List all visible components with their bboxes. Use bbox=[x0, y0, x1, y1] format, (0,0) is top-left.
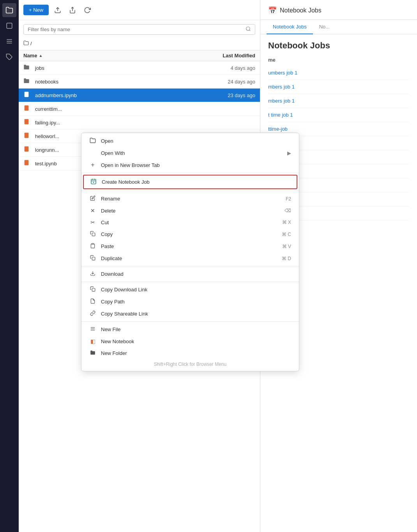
copy-path-icon bbox=[89, 298, 96, 305]
sidebar bbox=[0, 0, 19, 532]
file-row[interactable]: notebooks 24 days ago bbox=[19, 75, 260, 89]
notebook-icon bbox=[23, 146, 32, 154]
menu-label: Duplicate bbox=[101, 255, 277, 261]
notebook-icon bbox=[23, 132, 32, 140]
svg-rect-21 bbox=[92, 233, 95, 236]
file-row-selected[interactable]: addnumbers.ipynb 23 days ago bbox=[19, 89, 260, 102]
svg-rect-22 bbox=[92, 243, 94, 244]
upload-button[interactable] bbox=[52, 5, 64, 15]
list-item: mbers job 1 bbox=[268, 80, 409, 94]
menu-label: Open in New Browser Tab bbox=[101, 162, 291, 168]
menu-label: Rename bbox=[101, 196, 281, 202]
search-icon bbox=[246, 26, 251, 33]
menu-item-paste[interactable]: Paste ⌘ V bbox=[81, 240, 299, 252]
menu-label: Paste bbox=[101, 243, 277, 249]
column-modified[interactable]: Last Modified bbox=[201, 53, 255, 59]
notebook-icon bbox=[23, 119, 32, 126]
file-row[interactable]: jobs 4 days ago bbox=[19, 61, 260, 75]
menu-item-new-folder[interactable]: New Folder bbox=[81, 347, 299, 359]
notebook-icon bbox=[23, 160, 32, 167]
menu-footer: Shift+Right Click for Browser Menu bbox=[81, 359, 299, 369]
column-name[interactable]: Name ▲ bbox=[23, 53, 201, 59]
menu-item-copy[interactable]: Copy ⌘ C bbox=[81, 228, 299, 240]
svg-rect-13 bbox=[25, 146, 29, 151]
new-folder-icon bbox=[89, 350, 96, 356]
menu-label: Open With bbox=[101, 150, 283, 156]
menu-label: Create Notebook Job bbox=[102, 179, 290, 185]
menu-item-duplicate[interactable]: Duplicate ⌘ D bbox=[81, 252, 299, 264]
new-notebook-icon: ◧ bbox=[89, 338, 96, 344]
breadcrumb: / bbox=[19, 39, 260, 50]
menu-item-delete[interactable]: ✕ Delete ⌫ bbox=[81, 205, 299, 216]
menu-label: Copy Shareable Link bbox=[101, 311, 291, 317]
list-item: t time job 1 bbox=[268, 108, 409, 122]
job-link[interactable]: ttime-job bbox=[268, 126, 288, 132]
toolbar: + New bbox=[19, 0, 260, 20]
file-name: addnumbers.ipynb bbox=[35, 92, 201, 98]
folder-icon bbox=[23, 78, 32, 85]
panel-tabs: Notebook Jobs No... bbox=[260, 20, 417, 34]
menu-item-new-notebook[interactable]: ◧ New Notebook bbox=[81, 335, 299, 347]
menu-item-copy-shareable-link[interactable]: Copy Shareable Link bbox=[81, 308, 299, 320]
file-row[interactable]: failing.ipy... bbox=[19, 116, 260, 129]
file-name: failing.ipy... bbox=[35, 120, 201, 126]
delete-icon: ✕ bbox=[89, 207, 96, 214]
menu-shortcut: ⌫ bbox=[284, 208, 291, 213]
menu-item-cut[interactable]: ✂ Cut ⌘ X bbox=[81, 216, 299, 228]
menu-label: New File bbox=[101, 326, 291, 332]
menu-shortcut: F2 bbox=[286, 196, 291, 202]
menu-label: New Folder bbox=[101, 350, 291, 356]
jobs-col-header: me bbox=[268, 57, 409, 63]
menu-item-create-notebook-job[interactable]: Create Notebook Job bbox=[83, 175, 297, 189]
rename-icon bbox=[89, 195, 96, 202]
file-modified: 4 days ago bbox=[201, 65, 255, 71]
sidebar-icon-stop[interactable] bbox=[2, 19, 16, 33]
search-box bbox=[23, 24, 255, 35]
new-button[interactable]: + New bbox=[23, 5, 49, 15]
menu-label: Copy bbox=[101, 231, 277, 237]
menu-label: Delete bbox=[101, 208, 280, 214]
svg-rect-10 bbox=[25, 105, 29, 110]
svg-rect-14 bbox=[25, 160, 29, 165]
menu-item-download[interactable]: Download bbox=[81, 268, 299, 280]
job-link[interactable]: t time job 1 bbox=[268, 112, 293, 118]
menu-item-open-with[interactable]: Open With ▶ bbox=[81, 147, 299, 159]
menu-label: Cut bbox=[101, 220, 277, 225]
sidebar-icon-list[interactable] bbox=[2, 34, 16, 48]
svg-rect-12 bbox=[25, 133, 29, 138]
file-name: notebooks bbox=[35, 79, 201, 85]
menu-item-rename[interactable]: Rename F2 bbox=[81, 193, 299, 205]
refresh-button[interactable] bbox=[81, 5, 93, 15]
search-input[interactable] bbox=[28, 27, 246, 32]
sidebar-icon-folder[interactable] bbox=[2, 3, 16, 17]
breadcrumb-folder-icon bbox=[23, 40, 29, 47]
svg-rect-25 bbox=[92, 288, 95, 291]
sidebar-icon-puzzle[interactable] bbox=[2, 50, 16, 64]
job-link[interactable]: mbers job 1 bbox=[268, 84, 295, 90]
svg-rect-11 bbox=[25, 119, 29, 124]
file-row[interactable]: currenttim... bbox=[19, 102, 260, 116]
menu-divider bbox=[81, 321, 299, 322]
menu-item-open[interactable]: Open bbox=[81, 135, 299, 147]
job-link[interactable]: mbers job 1 bbox=[268, 98, 295, 104]
tab-no[interactable]: No... bbox=[313, 20, 336, 34]
menu-item-copy-download-link[interactable]: Copy Download Link bbox=[81, 284, 299, 296]
job-link[interactable]: umbers job 1 bbox=[268, 70, 297, 76]
share-button[interactable] bbox=[67, 5, 78, 15]
panel-header-icon: 📅 bbox=[268, 6, 277, 15]
menu-shortcut: ⌘ D bbox=[282, 256, 291, 261]
menu-label: Copy Download Link bbox=[101, 287, 291, 293]
svg-rect-23 bbox=[92, 257, 95, 260]
tab-notebook-jobs[interactable]: Notebook Jobs bbox=[267, 20, 313, 34]
paste-icon bbox=[89, 243, 96, 250]
menu-label: Copy Path bbox=[101, 299, 291, 305]
svg-rect-15 bbox=[91, 179, 96, 184]
download-icon bbox=[89, 271, 96, 277]
notebook-icon bbox=[23, 91, 32, 99]
menu-item-open-new-tab[interactable]: + Open in New Browser Tab bbox=[81, 159, 299, 171]
menu-item-copy-path[interactable]: Copy Path bbox=[81, 296, 299, 308]
menu-divider bbox=[81, 282, 299, 282]
menu-item-new-file[interactable]: New File bbox=[81, 323, 299, 335]
file-list-header: Name ▲ Last Modified bbox=[19, 50, 260, 61]
file-modified: 23 days ago bbox=[201, 92, 255, 98]
